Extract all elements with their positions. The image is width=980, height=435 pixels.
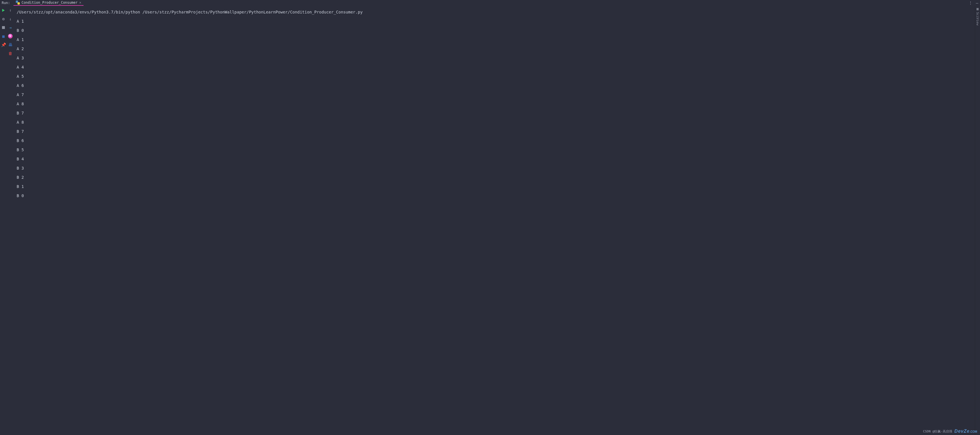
layout-icon[interactable]: ▦ bbox=[1, 34, 6, 38]
console-output-line: A 8 bbox=[17, 99, 972, 108]
console-output-line: A 1 bbox=[17, 35, 972, 44]
run-toolbar-primary: ⚙ ▦ 📌 bbox=[0, 6, 7, 435]
console-output-line: B 0 bbox=[17, 191, 972, 200]
stop-icon[interactable] bbox=[1, 25, 6, 30]
soft-wrap-icon[interactable]: ⇥ bbox=[8, 25, 13, 30]
pin-icon[interactable]: 📌 bbox=[1, 43, 6, 47]
console-output-line: B 7 bbox=[17, 108, 972, 117]
clear-all-icon[interactable]: 🗑 bbox=[8, 51, 13, 56]
sciview-tab[interactable]: SciView bbox=[976, 12, 979, 25]
run-tab[interactable]: Condition_Producer_Consumer × bbox=[13, 0, 84, 6]
minimize-icon[interactable]: — bbox=[976, 1, 978, 5]
print-icon[interactable]: 🖶 bbox=[8, 43, 13, 47]
right-sidebar: ▦ SciView bbox=[975, 6, 980, 435]
settings-icon[interactable]: ⚙ bbox=[1, 17, 6, 21]
watermark: CSDN @狂飙-高启强 DevZe.COM bbox=[923, 429, 977, 434]
console-output-line: A 4 bbox=[17, 63, 972, 72]
console-output-line: B 0 bbox=[17, 26, 972, 35]
arrow-up-icon[interactable]: ↑ bbox=[8, 8, 13, 13]
console-output-line: A 1 bbox=[17, 17, 972, 26]
scroll-to-end-icon[interactable]: ≡ bbox=[8, 34, 13, 38]
watermark-credit: CSDN @狂飙-高启强 bbox=[923, 429, 952, 433]
console-output-line: A 5 bbox=[17, 72, 972, 81]
console-output-line: A 7 bbox=[17, 90, 972, 99]
watermark-brand: DevZe.COM bbox=[955, 429, 977, 434]
run-icon[interactable] bbox=[1, 8, 6, 13]
console-output-line: A 8 bbox=[17, 117, 972, 127]
console-output-line: B 1 bbox=[17, 182, 972, 191]
run-toolbar-secondary: ↑ ↓ ⇥ ≡ 🖶 🗑 bbox=[7, 6, 14, 435]
console-output-line: A 3 bbox=[17, 53, 972, 63]
console-output-line: A 2 bbox=[17, 44, 972, 53]
console-output-line: B 3 bbox=[17, 164, 972, 173]
console-output-line: B 6 bbox=[17, 136, 972, 145]
console-output[interactable]: /Users/stzz/opt/anaconda3/envs/Python3.7… bbox=[14, 6, 975, 435]
console-output-line: B 4 bbox=[17, 154, 972, 164]
table-icon[interactable]: ▦ bbox=[977, 7, 978, 11]
close-tab-icon[interactable]: × bbox=[79, 1, 81, 5]
arrow-down-icon[interactable]: ↓ bbox=[8, 17, 13, 21]
run-label: Run: bbox=[2, 1, 13, 5]
console-command-line: /Users/stzz/opt/anaconda3/envs/Python3.7… bbox=[17, 8, 972, 17]
python-file-icon bbox=[16, 1, 20, 5]
console-output-line: A 6 bbox=[17, 81, 972, 90]
more-actions-icon[interactable]: ⋮ bbox=[969, 1, 972, 5]
run-tool-window-header: Run: Condition_Producer_Consumer × ⋮ — bbox=[0, 0, 980, 6]
console-output-line: B 7 bbox=[17, 127, 972, 136]
run-tab-title: Condition_Producer_Consumer bbox=[22, 1, 78, 5]
console-output-line: B 5 bbox=[17, 145, 972, 154]
console-output-line: B 2 bbox=[17, 173, 972, 182]
